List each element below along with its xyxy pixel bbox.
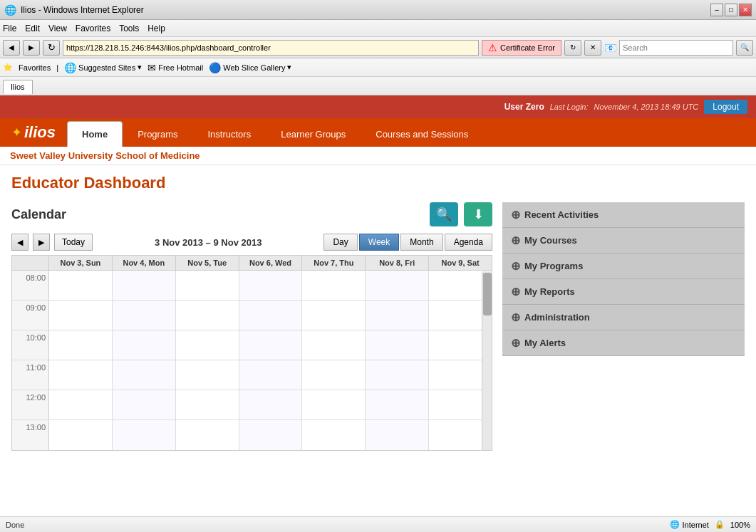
cal-cell-wed-1100[interactable] <box>239 360 303 390</box>
cal-cell-tue-1200[interactable] <box>176 390 239 419</box>
calendar-scrollbar[interactable] <box>482 271 492 450</box>
search-submit[interactable]: 🔍 <box>736 40 753 56</box>
cal-cell-wed-1300[interactable] <box>239 420 303 450</box>
sidebar-item-my-reports[interactable]: ⊕ My Reports <box>502 279 745 305</box>
cert-error-icon: ⚠ <box>488 42 497 53</box>
tab-bar: Ilios <box>0 77 756 95</box>
tab-courses-sessions[interactable]: Courses and Sessions <box>361 121 483 147</box>
cal-cell-thu-1100[interactable] <box>302 360 366 390</box>
stop-button[interactable]: ✕ <box>584 40 601 56</box>
cal-cell-tue-1300[interactable] <box>176 420 239 450</box>
cert-error-badge[interactable]: ⚠ Certificate Error <box>482 40 561 56</box>
month-view-button[interactable]: Month <box>400 234 442 251</box>
minimize-button[interactable]: – <box>710 4 723 16</box>
favorites-bar: ⭐ Favorites | 🌐 Suggested Sites ▾ ✉ Free… <box>0 58 756 77</box>
cal-cell-tue-1000[interactable] <box>176 330 239 360</box>
last-login-label: Last Login: <box>550 103 589 111</box>
cal-cell-mon-1200[interactable] <box>113 390 176 419</box>
cal-cell-thu-1200[interactable] <box>302 390 366 419</box>
time-row-0900: 09:00 <box>12 301 492 330</box>
back-button[interactable]: ◀ <box>3 40 20 56</box>
cal-cell-tue-0900[interactable] <box>176 301 239 330</box>
address-bar[interactable] <box>63 40 479 56</box>
calendar-body: 08:00 09:00 <box>12 271 492 450</box>
cal-cell-sun-1100[interactable] <box>49 360 113 390</box>
cal-cell-sun-1300[interactable] <box>49 420 113 450</box>
sidebar-label-my-courses: My Courses <box>524 235 577 246</box>
nav-bar: ✦ ilios Home Programs Instructors Learne… <box>0 118 756 147</box>
cal-cell-fri-1100[interactable] <box>366 360 429 390</box>
calendar-date-range: 3 Nov 2013 – 9 Nov 2013 <box>97 237 319 248</box>
calendar-download-button[interactable]: ⬇ <box>464 202 492 226</box>
cal-cell-mon-1000[interactable] <box>113 330 176 360</box>
menu-edit[interactable]: Edit <box>25 24 40 33</box>
refresh-button[interactable]: ↻ <box>43 40 60 56</box>
day-view-button[interactable]: Day <box>323 234 357 251</box>
sidebar-item-my-programs[interactable]: ⊕ My Programs <box>502 254 745 279</box>
free-hotmail[interactable]: ✉ Free Hotmail <box>147 62 203 73</box>
sidebar-item-my-courses[interactable]: ⊕ My Courses <box>502 228 745 254</box>
tab-programs[interactable]: Programs <box>123 121 192 147</box>
agenda-view-button[interactable]: Agenda <box>445 234 492 251</box>
cal-cell-mon-1100[interactable] <box>113 360 176 390</box>
refresh-btn2[interactable]: ↻ <box>564 40 581 56</box>
logout-button[interactable]: Logout <box>704 100 747 114</box>
suggested-icon: 🌐 <box>64 62 76 73</box>
time-row-1300: 13:00 <box>12 420 492 450</box>
calendar-search-button[interactable]: 🔍 <box>430 202 458 226</box>
tab-home[interactable]: Home <box>67 121 123 147</box>
calendar-prev-button[interactable]: ◀ <box>11 234 29 251</box>
sun-header: Nov 3, Sun <box>49 256 113 270</box>
favorites-label[interactable]: Favorites <box>19 63 51 72</box>
menu-favorites[interactable]: Favorites <box>76 24 110 33</box>
scrollbar-thumb[interactable] <box>483 273 492 315</box>
cal-cell-mon-0900[interactable] <box>113 301 176 330</box>
cal-cell-fri-1000[interactable] <box>366 330 429 360</box>
browser-toolbar: ◀ ▶ ↻ ⚠ Certificate Error ↻ ✕ 📧 🔍 <box>0 37 756 58</box>
tab-instructors[interactable]: Instructors <box>193 121 266 147</box>
cal-cell-sun-0900[interactable] <box>49 301 113 330</box>
menu-view[interactable]: View <box>48 24 67 33</box>
calendar-next-button[interactable]: ▶ <box>33 234 50 251</box>
cal-cell-mon-1300[interactable] <box>113 420 176 450</box>
cal-cell-fri-0900[interactable] <box>366 301 429 330</box>
sidebar-item-recent-activities[interactable]: ⊕ Recent Activities <box>502 202 745 228</box>
sidebar-label-administration: Administration <box>524 312 590 323</box>
cal-cell-wed-1200[interactable] <box>239 390 303 419</box>
cal-cell-fri-0800[interactable] <box>366 271 429 300</box>
cal-cell-tue-1100[interactable] <box>176 360 239 390</box>
forward-button[interactable]: ▶ <box>23 40 40 56</box>
cal-cell-thu-0900[interactable] <box>302 301 366 330</box>
menu-file[interactable]: File <box>3 24 16 33</box>
cal-cell-fri-1300[interactable] <box>366 420 429 450</box>
maximize-button[interactable]: □ <box>725 4 737 16</box>
cal-cell-thu-1000[interactable] <box>302 330 366 360</box>
sidebar-item-administration[interactable]: ⊕ Administration <box>502 305 745 330</box>
menu-tools[interactable]: Tools <box>119 24 139 33</box>
sidebar-item-my-alerts[interactable]: ⊕ My Alerts <box>502 330 745 356</box>
week-view-button[interactable]: Week <box>359 234 399 251</box>
close-button[interactable]: ✕ <box>739 4 752 16</box>
web-slice-gallery[interactable]: 🔵 Web Slice Gallery ▾ <box>209 62 291 73</box>
cal-cell-sun-1000[interactable] <box>49 330 113 360</box>
today-button[interactable]: Today <box>54 234 93 251</box>
cal-cell-wed-0900[interactable] <box>239 301 303 330</box>
menu-help[interactable]: Help <box>147 24 165 33</box>
cal-cell-sun-0800[interactable] <box>49 271 113 300</box>
cal-cell-sun-1200[interactable] <box>49 390 113 419</box>
suggested-sites[interactable]: 🌐 Suggested Sites ▾ <box>64 62 142 73</box>
cal-cell-fri-1200[interactable] <box>366 390 429 419</box>
cal-cell-wed-1000[interactable] <box>239 330 303 360</box>
cal-cell-mon-0800[interactable] <box>113 271 176 300</box>
browser-tab-ilios[interactable]: Ilios <box>3 80 33 94</box>
cal-cell-thu-0800[interactable] <box>302 271 366 300</box>
ie-icon: 🔵 <box>209 62 221 73</box>
tab-learner-groups[interactable]: Learner Groups <box>266 121 361 147</box>
app-logo: ✦ ilios <box>0 118 67 147</box>
search-input[interactable] <box>619 40 733 56</box>
header-top: User Zero Last Login: November 4, 2013 1… <box>0 95 756 118</box>
browser-menubar: File Edit View Favorites Tools Help <box>0 20 756 37</box>
cal-cell-thu-1300[interactable] <box>302 420 366 450</box>
cal-cell-tue-0800[interactable] <box>176 271 239 300</box>
cal-cell-wed-0800[interactable] <box>239 271 303 300</box>
